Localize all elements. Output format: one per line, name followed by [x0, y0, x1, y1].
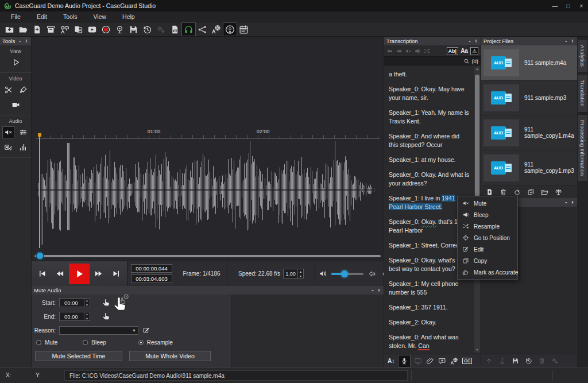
menu-view[interactable]: View	[86, 13, 115, 20]
translate-button[interactable]	[450, 357, 458, 365]
attachment-button[interactable]	[426, 357, 434, 365]
context-menu-item-edit[interactable]: Edit	[458, 243, 517, 255]
open-project-button[interactable]	[17, 23, 30, 36]
context-menu-item-mute[interactable]: Mute	[458, 198, 517, 209]
file-item[interactable]: AUD911 sample_copy1.mp3	[481, 150, 577, 185]
pin-icon[interactable]	[474, 39, 478, 44]
transcript-entry[interactable]: Speaker_0: And where did this stepped? O…	[389, 132, 470, 149]
start-time-value[interactable]: 00:00	[60, 300, 84, 306]
pin-icon[interactable]	[24, 39, 29, 44]
transcript-entry[interactable]: Speaker_0: Okay. May have your name, sir…	[389, 85, 470, 102]
brush-button[interactable]	[18, 84, 29, 95]
reason-dropdown[interactable]: ▼	[59, 326, 138, 335]
transcript-entry[interactable]: Speaker_1: My cell phone number is 555	[389, 280, 470, 297]
scroll-down-icon[interactable]: ▼	[474, 347, 480, 353]
collapse-icon[interactable]	[564, 39, 568, 44]
webcam-button[interactable]	[113, 23, 126, 36]
transcript-entry[interactable]: Speaker_1: 357 1911.	[389, 303, 470, 312]
microphone-button[interactable]	[399, 355, 410, 367]
volume-icon[interactable]	[318, 269, 328, 279]
comment-button[interactable]	[438, 357, 446, 365]
close-button[interactable]: ×	[575, 0, 588, 11]
context-menu-item-bleep[interactable]: Bleep	[458, 209, 517, 220]
histogram-button[interactable]	[18, 142, 29, 153]
skip-start-button[interactable]	[33, 265, 51, 283]
pin-icon[interactable]	[570, 200, 575, 205]
edit-reason-button[interactable]	[142, 326, 151, 335]
start-time-input[interactable]: 00:00 ▲▼	[59, 298, 90, 307]
play-button[interactable]	[10, 57, 21, 68]
file-item[interactable]: AUD911 sample.mp3	[481, 80, 577, 115]
file-item[interactable]: AUD911 sample_copy1.m4a	[481, 115, 577, 150]
playhead[interactable]	[39, 134, 40, 248]
waveform-area[interactable]: 01:0002:00	[32, 37, 384, 261]
new-project-button[interactable]	[3, 23, 16, 36]
scroll-up-icon[interactable]: ▲	[474, 67, 480, 72]
seek-handle[interactable]	[36, 252, 44, 260]
report-button[interactable]	[168, 23, 181, 36]
video-player-button[interactable]	[86, 23, 99, 36]
transcript-entry[interactable]: Speaker_1: Yeah. My name is Travis Kent.	[389, 109, 470, 126]
radio-resample[interactable]: Resample	[138, 339, 173, 346]
save-button[interactable]	[127, 23, 140, 36]
radio-dot[interactable]	[83, 340, 88, 345]
minimize-button[interactable]: —	[548, 0, 562, 11]
equalizer-button[interactable]	[18, 127, 29, 138]
mute-whole-video-button[interactable]: Mute Whole Video	[129, 351, 211, 361]
history-button[interactable]	[525, 357, 532, 365]
transcript-entry[interactable]: a theft.	[389, 70, 470, 79]
collapse-icon[interactable]	[370, 288, 375, 293]
volume-slider[interactable]	[331, 270, 363, 278]
speed-value[interactable]: 1.00	[284, 271, 297, 277]
video-camera-button[interactable]	[10, 99, 21, 110]
font-size-button[interactable]: A↕	[388, 358, 394, 364]
copy-files-button[interactable]	[527, 188, 535, 196]
collapse-icon[interactable]	[467, 39, 472, 44]
tab-processing-information[interactable]: Processing Information	[577, 114, 588, 181]
speed-down-icon[interactable]: ▼	[298, 274, 303, 278]
pick-start-hand-icon[interactable]	[102, 298, 111, 307]
tab-translation[interactable]: Translation	[577, 74, 588, 113]
menu-help[interactable]: Help	[114, 13, 143, 20]
context-menu-item-mark-as-accurate[interactable]: Mark as Accurate	[458, 266, 517, 278]
rewind-button[interactable]	[51, 265, 69, 283]
transcript-entry[interactable]: Speaker_0: Okay. And what is your addres…	[389, 171, 470, 188]
transcript-entry[interactable]: Speaker_2: Okay.	[389, 318, 470, 327]
radio-dot[interactable]	[36, 340, 41, 345]
pin-icon[interactable]	[570, 39, 575, 44]
redo-button[interactable]	[513, 188, 521, 196]
workflow-button[interactable]	[196, 23, 209, 36]
warning-filter-button[interactable]: ⚠	[470, 47, 478, 55]
end-time-input[interactable]: 00:00 ▲▼	[59, 312, 90, 321]
context-menu-item-go-to-position[interactable]: Go to Position	[458, 232, 517, 243]
translate-button[interactable]	[210, 23, 223, 36]
radio-dot[interactable]	[138, 340, 144, 345]
volume-handle[interactable]	[341, 270, 348, 277]
audio-headphones-button[interactable]	[182, 23, 195, 36]
menu-file[interactable]: File	[3, 13, 29, 20]
maximize-button[interactable]: □	[562, 0, 575, 11]
add-file-button[interactable]	[486, 188, 493, 196]
find-replace-button[interactable]: Ab|	[447, 47, 459, 55]
context-menu-item-copy[interactable]: Copy	[458, 255, 517, 266]
match-case-button[interactable]: Aa	[461, 48, 468, 54]
camera-setup-button[interactable]	[58, 23, 71, 36]
search-icon[interactable]	[463, 58, 470, 64]
record-button[interactable]	[99, 23, 113, 36]
end-down-icon[interactable]: ▼	[84, 316, 90, 321]
history-button[interactable]	[141, 23, 154, 36]
trash-button[interactable]	[500, 188, 507, 196]
play-button[interactable]	[69, 264, 90, 284]
tab-analytics[interactable]: Analytics	[577, 39, 588, 72]
add-file-button[interactable]	[30, 23, 44, 36]
paste-file-button[interactable]	[72, 23, 85, 36]
collapse-icon[interactable]	[564, 200, 568, 205]
collapse-icon[interactable]	[18, 39, 22, 44]
speed-spinner[interactable]: 1.00 ▲▼	[283, 269, 304, 278]
accessibility-button[interactable]	[223, 23, 237, 36]
fast-forward-button[interactable]	[90, 265, 107, 283]
menu-tools[interactable]: Tools	[55, 13, 86, 20]
audio-waveform[interactable]	[32, 140, 384, 247]
mute-speaker-button[interactable]	[3, 127, 14, 138]
dropdown-caret-icon[interactable]: ▼	[130, 328, 138, 332]
